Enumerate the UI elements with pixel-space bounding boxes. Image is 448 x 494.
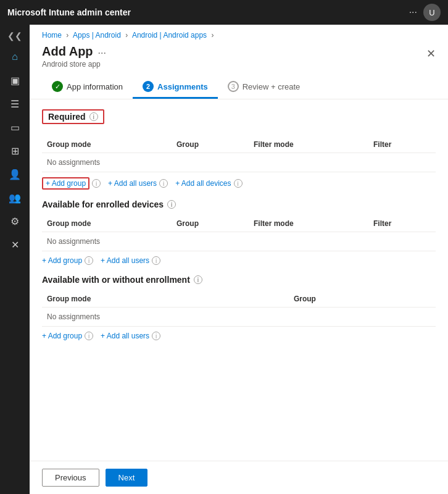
section-available-without-title: Available with or without enrollment i bbox=[42, 275, 436, 285]
section-required: Required i Group mode Group Filter mode … bbox=[42, 109, 436, 192]
col-group-2: Group bbox=[172, 216, 249, 232]
col-filter-mode: Filter mode bbox=[249, 136, 368, 153]
required-add-links: + Add group i + Add all users i + Add al… bbox=[42, 172, 436, 192]
available-without-info-icon[interactable]: i bbox=[194, 275, 202, 284]
col-filter-mode-2: Filter mode bbox=[249, 216, 368, 232]
no-assignments-label: No assignments bbox=[42, 153, 436, 172]
available-enrolled-add-users-info[interactable]: i bbox=[152, 256, 160, 265]
required-table: Group mode Group Filter mode Filter No a… bbox=[42, 136, 436, 172]
col-group-3: Group bbox=[289, 291, 436, 308]
sidebar-icon-grid[interactable]: ⊞ bbox=[4, 140, 26, 162]
available-without-add-links: + Add group i + Add all users i bbox=[42, 327, 436, 343]
section-required-title: Required i bbox=[42, 109, 104, 124]
tab-review-num: 3 bbox=[228, 81, 239, 92]
page-subtitle: Android store app bbox=[42, 60, 106, 69]
page-title-group: Add App ··· Android store app bbox=[42, 44, 106, 69]
tab-app-information[interactable]: ✓ App information bbox=[42, 76, 133, 99]
table-row: No assignments bbox=[42, 232, 436, 251]
required-add-group-info[interactable]: i bbox=[92, 179, 101, 188]
topbar-right: ··· U bbox=[409, 4, 441, 21]
col-filter: Filter bbox=[368, 136, 436, 153]
page-header: Add App ··· Android store app ✕ bbox=[30, 42, 448, 69]
section-available-without: Available with or without enrollment i G… bbox=[42, 275, 436, 343]
col-group-mode-2: Group mode bbox=[42, 216, 172, 232]
breadcrumb-home[interactable]: Home bbox=[42, 31, 62, 40]
required-add-group-link[interactable]: + Add group bbox=[42, 177, 89, 190]
breadcrumb: Home › Apps | Android › Android | Androi… bbox=[30, 25, 448, 42]
previous-button[interactable]: Previous bbox=[42, 469, 99, 487]
page-title: Add App bbox=[42, 44, 93, 59]
available-enrolled-table: Group mode Group Filter mode Filter No a… bbox=[42, 216, 436, 251]
footer: Previous Next bbox=[30, 461, 448, 494]
available-enrolled-title-wrapper: Available for enrolled devices i bbox=[42, 199, 436, 209]
sidebar-icon-users[interactable]: 👤 bbox=[4, 163, 26, 185]
available-enrolled-add-links: + Add group i + Add all users i bbox=[42, 251, 436, 267]
required-add-devices-link[interactable]: + Add all devices bbox=[175, 179, 231, 188]
available-enrolled-info-icon[interactable]: i bbox=[167, 200, 176, 209]
no-assignments-label-2: No assignments bbox=[42, 232, 436, 251]
avatar-initial: U bbox=[429, 8, 434, 17]
main-scroll: Required i Group mode Group Filter mode … bbox=[30, 99, 448, 461]
required-add-devices-info[interactable]: i bbox=[234, 179, 243, 188]
available-without-add-users-info[interactable]: i bbox=[152, 332, 160, 340]
title-more-group: Add App ··· bbox=[42, 44, 106, 59]
tab-review-label: Review + create bbox=[243, 82, 301, 91]
table-row: No assignments bbox=[42, 308, 436, 327]
available-enrolled-add-group-link[interactable]: + Add group bbox=[42, 256, 82, 265]
tabs-bar: ✓ App information 2 Assignments 3 Review… bbox=[30, 69, 448, 99]
tab-review-create[interactable]: 3 Review + create bbox=[218, 76, 310, 99]
breadcrumb-android-apps[interactable]: Android | Android apps bbox=[132, 31, 207, 40]
available-enrolled-add-users-link[interactable]: + Add all users bbox=[101, 256, 149, 265]
sidebar-icon-settings[interactable]: ⚙ bbox=[4, 210, 26, 232]
breadcrumb-apps-android[interactable]: Apps | Android bbox=[73, 31, 121, 40]
col-group-mode-3: Group mode bbox=[42, 291, 289, 308]
avatar[interactable]: U bbox=[423, 4, 441, 21]
sidebar-icon-close[interactable]: ✕ bbox=[4, 233, 26, 256]
col-group: Group bbox=[172, 136, 249, 153]
available-without-table: Group mode Group No assignments bbox=[42, 291, 436, 327]
available-without-add-group-info[interactable]: i bbox=[85, 332, 93, 340]
sidebar-icon-group[interactable]: 👥 bbox=[4, 186, 26, 209]
tab-assignments-label: Assignments bbox=[157, 82, 208, 91]
tab-assignments-badge: 2 bbox=[143, 81, 154, 92]
topbar-more-icon[interactable]: ··· bbox=[409, 7, 417, 18]
sidebar: ❮❮ ⌂ ▣ ☰ ▭ ⊞ 👤 👥 ⚙ ✕ bbox=[0, 25, 30, 494]
close-icon[interactable]: ✕ bbox=[426, 47, 436, 61]
available-enrolled-add-group-info[interactable]: i bbox=[85, 256, 93, 265]
required-title-wrapper: Required i bbox=[42, 109, 436, 130]
tab-assignments[interactable]: 2 Assignments bbox=[133, 76, 218, 99]
required-info-icon[interactable]: i bbox=[89, 112, 98, 121]
sidebar-icon-home[interactable]: ⌂ bbox=[4, 46, 26, 68]
section-available-enrolled-title: Available for enrolled devices i bbox=[42, 199, 436, 209]
content-area: Home › Apps | Android › Android | Androi… bbox=[30, 25, 448, 494]
required-add-users-info[interactable]: i bbox=[159, 179, 168, 188]
tab-app-information-label: App information bbox=[67, 82, 123, 91]
sidebar-collapse-icon[interactable]: ❮❮ bbox=[4, 27, 26, 44]
page-more-icon[interactable]: ··· bbox=[98, 48, 106, 59]
next-button[interactable]: Next bbox=[106, 469, 148, 487]
section-available-enrolled: Available for enrolled devices i Group m… bbox=[42, 199, 436, 267]
col-group-mode: Group mode bbox=[42, 136, 172, 153]
available-without-add-users-link[interactable]: + Add all users bbox=[101, 332, 149, 340]
no-assignments-label-3: No assignments bbox=[42, 308, 436, 327]
sidebar-icon-list[interactable]: ☰ bbox=[4, 93, 26, 115]
required-add-users-link[interactable]: + Add all users bbox=[108, 179, 157, 188]
app-title: Microsoft Intune admin center bbox=[7, 7, 131, 17]
available-without-title-wrapper: Available with or without enrollment i bbox=[42, 275, 436, 285]
tab-check-icon: ✓ bbox=[52, 81, 63, 92]
sidebar-icon-device[interactable]: ▭ bbox=[4, 116, 26, 138]
topbar: Microsoft Intune admin center ··· U bbox=[0, 0, 448, 25]
available-without-add-group-link[interactable]: + Add group bbox=[42, 332, 82, 340]
col-filter-2: Filter bbox=[368, 216, 436, 232]
table-row: No assignments bbox=[42, 153, 436, 172]
sidebar-icon-dashboard[interactable]: ▣ bbox=[4, 69, 26, 91]
